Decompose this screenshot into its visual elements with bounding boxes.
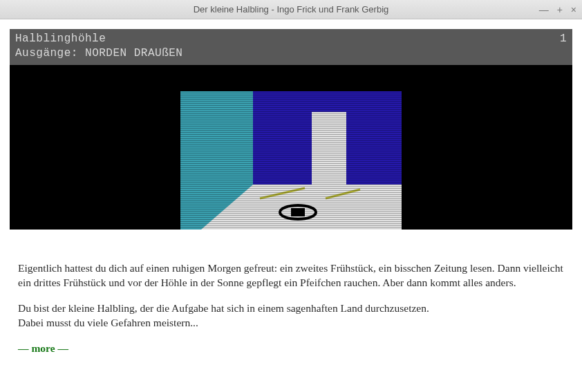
story-p1: Eigentlich hattest du dich auf einen ruh… bbox=[18, 261, 564, 290]
window-titlebar: Der kleine Halbling - Ingo Frick und Fra… bbox=[0, 0, 582, 19]
graphic-area: Halblinghöhle 1 Ausgänge: NORDEN DRAUßEN bbox=[10, 29, 572, 230]
window-title: Der kleine Halbling - Ingo Frick und Fra… bbox=[194, 4, 389, 15]
story-p3: Dabei musst du viele Gefahren meistern..… bbox=[18, 316, 564, 330]
exits-list: NORDEN DRAUßEN bbox=[85, 47, 182, 59]
exits-label: Ausgänge: bbox=[15, 47, 78, 59]
window-controls: — + × bbox=[539, 4, 576, 15]
scene-graphic bbox=[180, 91, 402, 230]
status-bar: Halblinghöhle 1 Ausgänge: NORDEN DRAUßEN bbox=[10, 29, 572, 65]
more-prompt[interactable]: — more — bbox=[18, 342, 564, 356]
turn-counter: 1 bbox=[560, 32, 567, 46]
location-name: Halblinghöhle bbox=[15, 32, 106, 46]
story-text: Eigentlich hattest du dich auf einen ruh… bbox=[10, 230, 572, 356]
window-body: Halblinghöhle 1 Ausgänge: NORDEN DRAUßEN bbox=[0, 19, 582, 392]
minimize-button[interactable]: — bbox=[539, 4, 549, 15]
story-p2: Du bist der kleine Halbling, der die Auf… bbox=[18, 301, 564, 316]
maximize-button[interactable]: + bbox=[557, 4, 563, 15]
svg-rect-10 bbox=[180, 91, 402, 230]
close-button[interactable]: × bbox=[571, 4, 576, 15]
